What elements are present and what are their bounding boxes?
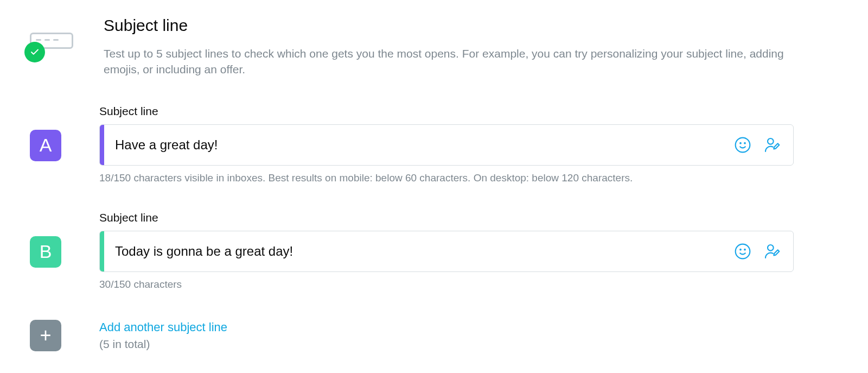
subject-input-a[interactable] [104,125,733,165]
variant-row-b: B Subject line 30/150 characters [30,211,846,290]
emoji-icon[interactable] [733,136,752,154]
subject-label-b: Subject line [99,211,794,224]
add-subject-link[interactable]: Add another subject line [99,320,227,334]
plus-icon: + [40,326,51,345]
add-subject-button[interactable]: + [30,320,61,351]
personalize-icon[interactable] [763,136,781,154]
add-subject-row: + Add another subject line (5 in total) [30,320,846,351]
variant-row-a: A Subject line 18/150 characters visible… [30,105,846,184]
svg-point-4 [736,244,750,258]
subject-input-wrap-a [99,124,794,166]
subject-input-wrap-b [99,231,794,272]
subject-label-a: Subject line [99,105,794,118]
emoji-icon[interactable] [733,242,752,261]
check-icon [24,42,45,62]
svg-point-6 [744,249,745,250]
variant-badge-b: B [30,236,61,268]
section-title: Subject line [104,16,846,35]
section-description: Test up to 5 subject lines to check whic… [104,46,814,78]
svg-point-2 [744,143,745,144]
accent-bar-a [100,125,104,165]
svg-point-0 [736,137,750,152]
svg-point-5 [740,249,741,250]
status-complete-icon [30,33,73,62]
accent-bar-b [100,231,104,271]
svg-point-7 [768,245,774,251]
helper-text-a: 18/150 characters visible in inboxes. Be… [99,172,794,184]
svg-point-1 [740,143,741,144]
add-subject-sublabel: (5 in total) [99,338,227,351]
variant-badge-a: A [30,130,61,161]
svg-point-3 [768,138,774,144]
subject-input-b[interactable] [104,231,733,271]
personalize-icon[interactable] [763,242,781,261]
helper-text-b: 30/150 characters [99,279,794,290]
